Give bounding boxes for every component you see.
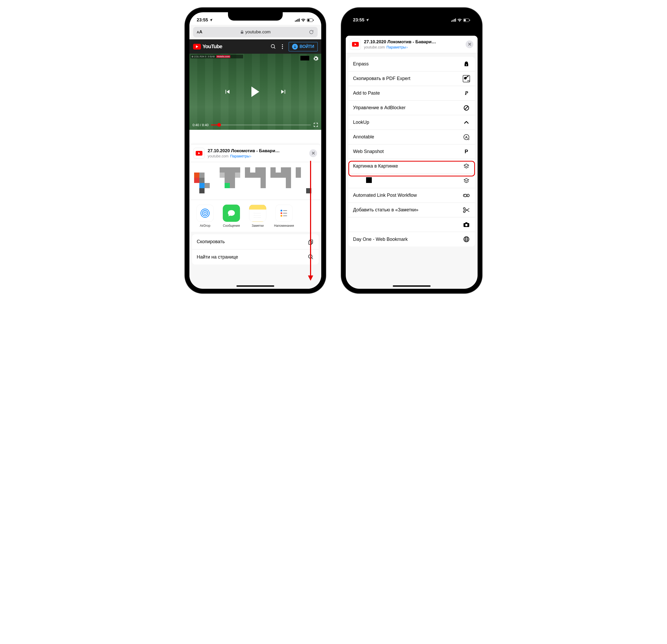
- device-notch: [228, 12, 283, 20]
- fullscreen-icon[interactable]: [313, 123, 318, 127]
- shortcut-list: Enpass Скопировать в PDF Expert PDF Add …: [348, 57, 475, 246]
- shortcut-enpass[interactable]: Enpass: [348, 57, 475, 71]
- messages-button[interactable]: Сообщения: [219, 205, 243, 227]
- shortcut-lookup[interactable]: LookUp: [348, 115, 475, 130]
- find-on-page-action[interactable]: Найти на странице: [192, 249, 319, 264]
- close-icon[interactable]: ✕: [309, 149, 317, 157]
- shortcut-adblocker[interactable]: Управление в AdBlocker: [348, 101, 475, 115]
- shortcut-label: Add to Paste: [353, 91, 380, 96]
- share-sheet-header: 27.10.2020 Локомотив - Бавари… youtube.c…: [346, 36, 477, 53]
- previous-track-icon[interactable]: [224, 88, 231, 95]
- play-icon[interactable]: [251, 86, 259, 97]
- layers-icon: [462, 162, 470, 170]
- shortcut-pdf-expert[interactable]: Скопировать в PDF Expert PDF: [348, 71, 475, 86]
- youtube-icon: [194, 148, 205, 159]
- search-icon[interactable]: [271, 44, 276, 49]
- svg-point-33: [466, 64, 467, 65]
- reminders-icon: [275, 205, 293, 222]
- phone-left: 23:55 AA youtube.com: [185, 8, 326, 293]
- shortcut-day-one[interactable]: Day One - Web Bookmark: [348, 232, 475, 246]
- location-icon: [209, 18, 213, 22]
- airdrop-button[interactable]: AirDrop: [193, 205, 217, 227]
- battery-icon: [307, 18, 314, 22]
- phone-right: 23:55 27.10.2020 Локомотив - Бавари… you…: [341, 8, 482, 293]
- svg-line-38: [465, 106, 468, 110]
- status-time: 23:55: [353, 17, 364, 23]
- shortcut-label: Добавить статью в «Заметки»: [353, 207, 419, 213]
- share-options-button[interactable]: Параметры›: [230, 154, 251, 159]
- share-options-button[interactable]: Параметры›: [386, 45, 407, 49]
- pdf-expert-icon: PDF: [462, 75, 470, 83]
- chevron-right-icon: ›: [406, 45, 408, 49]
- share-title: 27.10.2020 Локомотив - Бавари…: [364, 39, 466, 45]
- shortcut-add-to-paste[interactable]: Add to Paste P: [348, 86, 475, 101]
- video-player[interactable]: ⊕ 2:31 ЛОК 0 : 0 БАВ Hotels.com 0:40 / 8…: [190, 54, 321, 130]
- url-text: youtube.com: [245, 30, 271, 35]
- copy-action[interactable]: Скопировать: [192, 234, 319, 249]
- action-label: Найти на странице: [197, 254, 238, 260]
- globe-icon: [462, 235, 470, 243]
- youtube-logo[interactable]: YouTube: [193, 44, 222, 49]
- svg-point-41: [468, 139, 469, 140]
- svg-rect-32: [470, 19, 470, 21]
- youtube-header: YouTube ВОЙТИ: [190, 39, 321, 54]
- shortcut-add-article-notes[interactable]: Добавить статью в «Заметки»: [348, 203, 475, 218]
- home-indicator[interactable]: [393, 285, 431, 287]
- paste-p-icon: P: [462, 90, 470, 97]
- enpass-icon: [462, 60, 470, 68]
- reminders-button[interactable]: Напоминания: [272, 205, 296, 227]
- sign-in-button[interactable]: ВОЙТИ: [289, 42, 318, 51]
- svg-rect-27: [453, 20, 453, 22]
- shortcut-label: Enpass: [353, 61, 369, 67]
- share-contacts-row[interactable]: [190, 162, 321, 200]
- wifi-icon: [301, 18, 306, 22]
- shortcut-annotable[interactable]: Annotable A: [348, 130, 475, 144]
- video-time-elapsed: 0:40: [193, 123, 199, 127]
- svg-text:A: A: [465, 135, 468, 139]
- shortcut-automated-link[interactable]: Automated Link Post Workflow: [348, 188, 475, 203]
- annotation-arrow-down: [308, 161, 313, 281]
- app-label: Сообщения: [219, 224, 243, 227]
- share-apps-row: AirDrop Сообщения Заметки Напоминания: [190, 200, 321, 232]
- battery-icon: [463, 18, 470, 22]
- next-track-icon[interactable]: [280, 88, 287, 95]
- svg-point-10: [204, 212, 206, 214]
- svg-rect-45: [465, 222, 468, 223]
- share-domain: youtube.com: [364, 45, 385, 49]
- block-icon: [462, 104, 470, 112]
- gear-icon[interactable]: [313, 56, 319, 62]
- infinity-icon: [462, 192, 470, 199]
- action-label: Скопировать: [197, 239, 225, 244]
- reload-icon[interactable]: [309, 30, 314, 35]
- svg-rect-2: [297, 19, 298, 22]
- shortcut-label: LookUp: [353, 119, 369, 125]
- shortcut-blank-1[interactable]: [348, 174, 475, 188]
- kebab-menu-icon[interactable]: [282, 44, 283, 49]
- circle-a-icon: A: [462, 133, 470, 141]
- shortcut-web-snapshot[interactable]: Web Snapshot P: [348, 144, 475, 159]
- share-actions-list: Скопировать Найти на странице: [192, 234, 319, 264]
- avatar-icon: [292, 44, 298, 49]
- device-notch: [384, 12, 439, 20]
- chevron-up-icon: [462, 118, 470, 126]
- shortcut-label: Скопировать в PDF Expert: [353, 76, 410, 81]
- svg-point-43: [463, 211, 465, 212]
- video-quality-badge: [300, 56, 309, 61]
- share-sheet-header: 27.10.2020 Локомотив - Бавари… youtube.c…: [190, 145, 321, 162]
- video-progress[interactable]: [211, 125, 311, 125]
- text-size-control[interactable]: AA: [197, 30, 202, 35]
- close-icon[interactable]: ✕: [466, 41, 473, 48]
- svg-rect-1: [296, 20, 297, 22]
- shortcut-label: [353, 177, 372, 184]
- shortcut-camera[interactable]: [348, 218, 475, 232]
- notes-button[interactable]: Заметки: [246, 205, 270, 227]
- shortcut-picture-in-picture[interactable]: Картинка в Картинке: [348, 159, 475, 174]
- home-indicator[interactable]: [237, 285, 274, 287]
- url-field[interactable]: AA youtube.com: [193, 27, 318, 37]
- location-icon: [365, 18, 369, 22]
- svg-rect-0: [295, 20, 296, 22]
- video-time-total: 8:40: [202, 123, 208, 127]
- more-apps[interactable]: [298, 205, 304, 227]
- shortcut-label: Web Snapshot: [353, 149, 384, 154]
- svg-rect-29: [455, 18, 456, 22]
